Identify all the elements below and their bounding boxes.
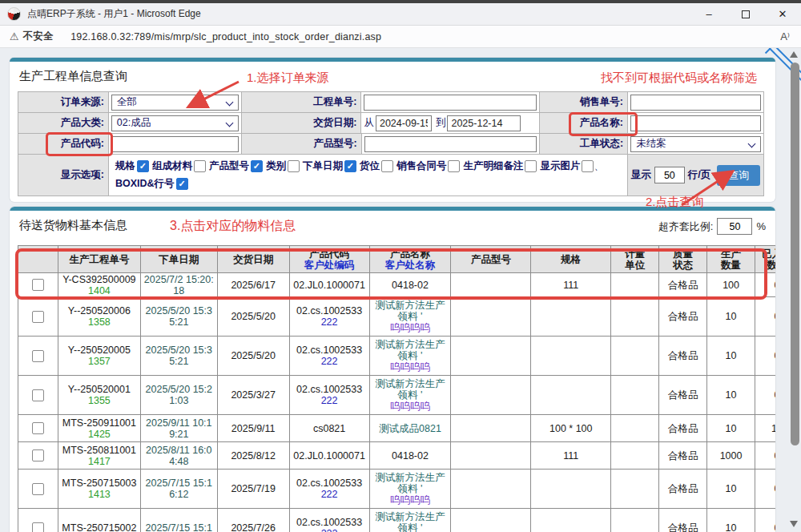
customer-name[interactable]: 呜呜呜呜 — [390, 401, 430, 412]
spec-cell — [531, 376, 611, 415]
search-button[interactable]: 查询 — [717, 165, 760, 186]
close-button[interactable]: ✕ — [764, 3, 801, 25]
table-row[interactable]: MTS-25071500314132025/7/15 15:16:122025/… — [18, 470, 775, 509]
chevron-down-icon — [748, 139, 756, 147]
security-label[interactable]: 不安全 — [23, 30, 54, 43]
order-no-cell: MTS-2507150031413 — [58, 470, 141, 509]
table-row[interactable]: Y--25052000613582025/5/20 15:35:212025/5… — [18, 297, 775, 337]
ratio-input[interactable] — [717, 218, 752, 235]
pager-cell: 显示 行/页 查询 — [628, 155, 764, 196]
sales-no-label: 销售单号: — [540, 92, 628, 113]
materials-table: 生产工程单号下单日期交货日期产品代码客户处编码产品名称客户处名称产品型号规格计量… — [18, 245, 775, 532]
checkbox-cell — [18, 337, 58, 376]
minimize-button[interactable]: – — [690, 3, 727, 25]
checkbox-cell — [18, 415, 58, 442]
product-code-cell: cs0821 — [290, 415, 370, 442]
product-code-input[interactable] — [111, 136, 239, 152]
option-checkbox[interactable]: ✓ — [251, 160, 263, 172]
row-checkbox[interactable] — [32, 483, 44, 495]
product-model-input[interactable] — [364, 136, 537, 152]
header-line: 产品代码 — [309, 248, 349, 260]
table-row[interactable]: Y-CS39250000914042025/7/2 15:20:182025/6… — [18, 273, 775, 297]
column-header: 生产工程单号 — [58, 246, 141, 273]
delivery-date-cell: 2025/5/20 — [218, 337, 290, 376]
window-controls: – ✕ — [690, 3, 801, 25]
row-checkbox[interactable] — [32, 311, 44, 323]
header-line: 产品型号 — [471, 254, 511, 265]
product-name-input[interactable] — [630, 115, 761, 131]
row-checkbox[interactable] — [32, 522, 44, 532]
option-label: 类别 — [266, 159, 286, 173]
header-line: 客户处编码 — [304, 260, 355, 271]
option-checkbox[interactable]: ✓ — [176, 178, 188, 190]
order-status-select[interactable]: 未结案 — [630, 136, 761, 152]
option-checkbox[interactable] — [194, 160, 206, 172]
date-from-input[interactable] — [376, 115, 432, 131]
panel-accent-bar — [10, 58, 775, 62]
row-checkbox[interactable] — [32, 389, 44, 401]
product-name: 测试成品0821 — [377, 423, 443, 434]
option-checkbox[interactable] — [288, 160, 300, 172]
option-checkbox[interactable] — [525, 160, 537, 172]
order-id: 1417 — [88, 456, 111, 467]
sales-no-input[interactable] — [630, 95, 761, 111]
header-line: 生产 — [721, 248, 741, 260]
qty-cell: 100 — [707, 273, 755, 297]
product-model-cell — [451, 442, 531, 470]
product-name-cell: 测试新方法生产领料 '呜呜呜呜 — [370, 337, 452, 376]
product-name-cell: 测试新方法生产领料 '呜呜呜呜 — [370, 297, 452, 337]
order-no-cell: Y--2505200061358 — [58, 297, 141, 337]
customer-code: 222 — [321, 489, 338, 500]
scrollbar-up-icon[interactable] — [790, 51, 798, 58]
product-model-cell — [451, 470, 531, 509]
option-checkbox[interactable]: ✓ — [344, 160, 356, 172]
header-line: 客户处名称 — [385, 260, 436, 271]
option-checkbox[interactable] — [448, 160, 460, 172]
rows-per-page-input[interactable] — [654, 167, 685, 183]
option-checkbox[interactable]: ✓ — [137, 160, 149, 172]
table-row[interactable]: Y--25052000113552025/5/20 15:21:032025/3… — [18, 376, 775, 415]
order-no-cell: MTS-250715002 — [58, 509, 141, 532]
product-name: 测试新方法生产领料 ' — [370, 511, 451, 532]
read-aloud-icon[interactable]: A⁾ — [780, 30, 790, 42]
order-source-select[interactable]: 全部 — [111, 95, 239, 111]
product-code-label: 产品代码: — [18, 134, 109, 155]
project-no-input[interactable] — [364, 95, 537, 111]
table-row[interactable]: MTS-25081100114172025/8/11 16:04:482025/… — [18, 442, 775, 470]
customer-name[interactable]: 呜呜呜呜 — [390, 322, 430, 333]
order-status-value: 未结案 — [636, 137, 666, 151]
maximize-button[interactable] — [727, 3, 764, 25]
order-id: 1358 — [88, 316, 111, 328]
row-checkbox[interactable] — [32, 279, 44, 291]
category-label: 产品大类: — [18, 113, 109, 134]
date-to-input[interactable] — [447, 115, 521, 131]
table-row[interactable]: MTS-2507150022025/7/15 15:12025/7/2602.c… — [18, 509, 775, 532]
table-row[interactable]: Y--25052000513572025/5/20 15:35:212025/5… — [18, 337, 775, 376]
checkbox-cell — [18, 470, 58, 509]
scrollbar-down-icon[interactable] — [790, 521, 798, 527]
results-panel: 待送货物料基本信息 超齐套比例: % 生产工程单号下单日期交货日期产品代码客户处… — [10, 207, 775, 532]
customer-name[interactable]: 呜呜呜呜 — [390, 361, 430, 373]
browser-window: 点晴ERP子系统 - 用户1 - Microsoft Edge – ✕ ⚠ 不安… — [0, 0, 801, 532]
app-favicon-icon — [7, 7, 21, 21]
product-name-cell: 测试新方法生产领料 '呜呜呜呜 — [370, 509, 452, 532]
row-checkbox[interactable] — [32, 449, 44, 461]
annotation-filter-hint: 找不到可根据代码或名称筛选 — [601, 71, 757, 86]
customer-code: 222 — [321, 528, 338, 532]
annotation-step3: 3.点击对应的物料信息 — [170, 218, 296, 235]
option-checkbox[interactable] — [582, 160, 594, 172]
category-select[interactable]: 02:成品 — [111, 115, 239, 131]
customer-name[interactable]: 呜呜呜呜 — [390, 494, 430, 506]
product-model-cell — [451, 337, 531, 376]
url-text[interactable]: 192.168.0.32:789/mis/mrp/slc_product_int… — [70, 31, 381, 42]
column-header: 产品型号 — [451, 246, 531, 273]
row-checkbox[interactable] — [32, 422, 44, 434]
row-checkbox[interactable] — [32, 350, 44, 362]
scrollbar-thumb[interactable] — [791, 62, 799, 445]
table-row[interactable]: MTS-25091100114252025/9/11 10:19:212025/… — [18, 415, 775, 442]
product-code: 02.cs.1002533 — [295, 478, 364, 489]
order-date-cell: 2025/7/15 15:1 — [141, 509, 218, 532]
option-checkbox[interactable] — [381, 160, 393, 172]
address-bar[interactable]: ⚠ 不安全 192.168.0.32:789/mis/mrp/slc_produ… — [0, 26, 801, 48]
delivery-date-cell: 2025/3/27 — [218, 376, 290, 415]
